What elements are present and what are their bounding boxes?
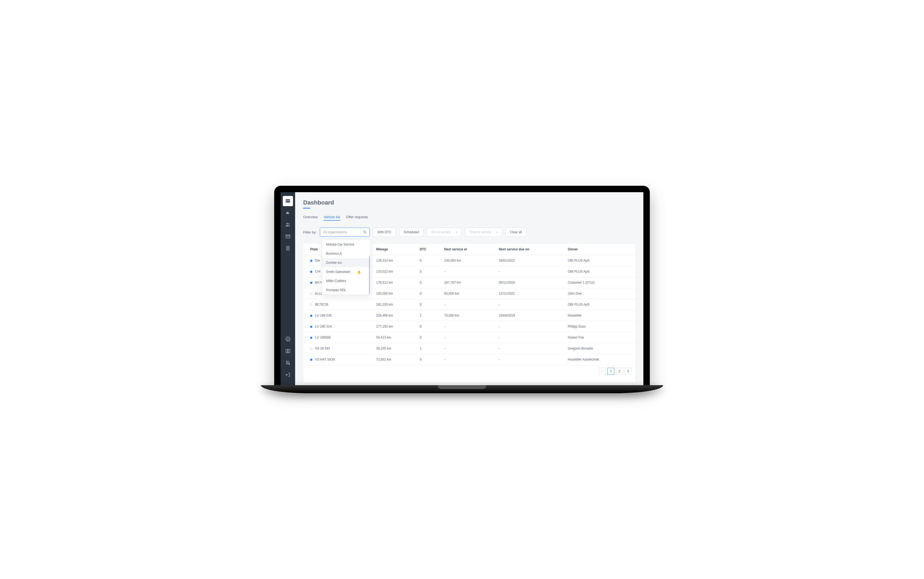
organization-filter (320, 227, 370, 237)
cell-next-due: - (496, 321, 565, 332)
organization-dropdown: Motuka Car Service Business A Zombie inc… (322, 240, 371, 295)
col-next-at[interactable]: Next service at (441, 244, 496, 255)
svg-rect-2 (286, 202, 290, 203)
nav-add-vehicle[interactable] (283, 208, 293, 218)
cell-dtc: 0 (416, 277, 441, 288)
nav-reports[interactable] (283, 243, 293, 254)
organization-input[interactable] (320, 228, 360, 236)
cell-next-at: - (441, 299, 496, 310)
dropdown-scrollbar[interactable] (369, 256, 370, 294)
status-dot (310, 337, 312, 339)
filter-scheduled[interactable]: Scheduled (399, 227, 423, 237)
main-content: Dashboard Overview Vehicle list Offer re… (295, 192, 643, 385)
dropdown-option[interactable]: Motuka Car Service (322, 240, 371, 249)
cell-plate: LU 180 314 (315, 325, 332, 329)
col-next-due[interactable]: Next service due on (496, 244, 565, 255)
table-row[interactable]: LU 188 035326,466 km170,000 km15/04/2019… (303, 310, 635, 321)
cell-next-due: 05/11/2020 (496, 277, 565, 288)
cell-next-due: 15/04/2019 (496, 310, 565, 321)
time-to-service-label: Time to service (469, 230, 491, 234)
chevron-down-icon: ▾ (494, 231, 498, 234)
nav-docs[interactable] (283, 346, 293, 356)
tab-overview[interactable]: Overview (303, 215, 318, 221)
page-3[interactable]: 3 (625, 368, 632, 375)
cell-dtc: 0 (416, 266, 441, 277)
status-dot (310, 359, 312, 361)
table-row[interactable]: VS 28 58335,235 km1--Gregorio Bonadio (303, 343, 635, 354)
cell-plate: LU 186588 (315, 335, 331, 339)
filter-with-dtc[interactable]: With DTC (373, 227, 396, 237)
cell-next-at: 80,000 km (441, 288, 496, 299)
dropdown-option[interactable]: Miller-Crafters (322, 276, 371, 286)
cell-mileage: 35,235 km (373, 343, 416, 354)
envelope-icon (285, 234, 291, 239)
status-dot (310, 304, 312, 306)
nav-messages[interactable] (283, 231, 293, 242)
col-mileage[interactable]: Mileage (373, 244, 416, 255)
status-dot (310, 348, 312, 350)
svg-line-6 (365, 233, 366, 234)
cell-owner: OBI PLUS ApS (565, 266, 635, 277)
cell-plate: VS HAT SION (315, 358, 335, 361)
cell-plate: VS 28 583 (315, 347, 330, 350)
page-header: Dashboard (303, 199, 635, 209)
table-row[interactable]: BE78728161,205 km0--OBI PLUS ApS (303, 299, 635, 310)
svg-point-5 (364, 231, 366, 233)
filter-km-to-service[interactable]: Km to service ▾ (427, 227, 462, 237)
cell-owner: Philipp Duss (565, 321, 635, 332)
cell-dtc: 0 (416, 299, 441, 310)
nav-settings[interactable] (283, 334, 293, 344)
cell-dtc: 1 (416, 343, 441, 354)
nav-notifications[interactable] (283, 358, 293, 368)
nav-dashboard[interactable] (283, 196, 293, 206)
sidebar (281, 192, 295, 385)
svg-rect-0 (286, 200, 290, 201)
logout-icon (285, 372, 291, 378)
dropdown-option[interactable]: Krompas NDL (322, 286, 371, 294)
table-row[interactable]: LU 180 314177,192 km0--Philipp Duss (303, 321, 635, 332)
col-dtc[interactable]: DTC (416, 244, 441, 255)
svg-point-3 (287, 223, 288, 225)
table-row[interactable]: LU 18658854,413 km0--Hubert Frei (303, 332, 635, 343)
chevron-down-icon: ▾ (453, 231, 457, 234)
cell-next-at: 130,000 km (441, 255, 496, 266)
book-icon (285, 348, 291, 354)
cell-next-at: - (441, 266, 496, 277)
cell-owner: Hubert Frei (565, 332, 635, 343)
col-owner[interactable]: Owner (565, 244, 635, 255)
page-2[interactable]: 2 (616, 368, 623, 375)
tab-offer-requests[interactable]: Offer requests (346, 215, 368, 221)
nav-logout[interactable] (283, 370, 293, 380)
cell-mileage: 161,205 km (373, 299, 416, 310)
filter-clear-all[interactable]: Clear all (505, 227, 527, 237)
gear-icon (285, 336, 291, 342)
page-prev[interactable]: < (599, 368, 606, 375)
cell-next-due: 26/01/2022 (496, 255, 565, 266)
km-to-service-label: Km to service (432, 230, 451, 234)
organization-search-button[interactable] (360, 228, 369, 236)
tab-vehicle-list[interactable]: Vehicle list (323, 215, 340, 221)
dropdown-option[interactable]: Business A (322, 249, 371, 258)
nav-customers[interactable] (283, 219, 293, 230)
filter-bar: Filter by: With DTC Scheduled Km to serv… (303, 227, 635, 237)
dropdown-option[interactable]: Zombie inc. (322, 258, 371, 267)
filter-time-to-service[interactable]: Time to service ▾ (465, 227, 502, 237)
svg-rect-1 (286, 201, 290, 202)
svg-point-4 (288, 223, 289, 225)
cell-next-due: - (496, 354, 565, 365)
dropdown-option[interactable]: Smith-Salesteam (322, 267, 371, 276)
cell-next-at: 187,787 km (441, 277, 496, 288)
page-1[interactable]: 1 (607, 368, 614, 375)
cell-mileage: 72,631 km (373, 354, 416, 365)
cell-owner: Customer 1 (0712) (565, 277, 635, 288)
table-row[interactable]: VS HAT SION72,631 km0--Hostettler Autote… (303, 354, 635, 365)
cell-owner: OBI PLUS ApS (565, 255, 635, 266)
cell-mileage: 326,466 km (373, 310, 416, 321)
cell-mileage: 177,192 km (373, 321, 416, 332)
cell-owner: Gregorio Bonadio (565, 343, 635, 354)
tabs: Overview Vehicle list Offer requests (303, 215, 635, 221)
cell-plate: Der (315, 259, 320, 262)
cell-dtc: 1 (416, 310, 441, 321)
cell-next-due: - (496, 266, 565, 277)
bell-off-icon (285, 360, 291, 366)
